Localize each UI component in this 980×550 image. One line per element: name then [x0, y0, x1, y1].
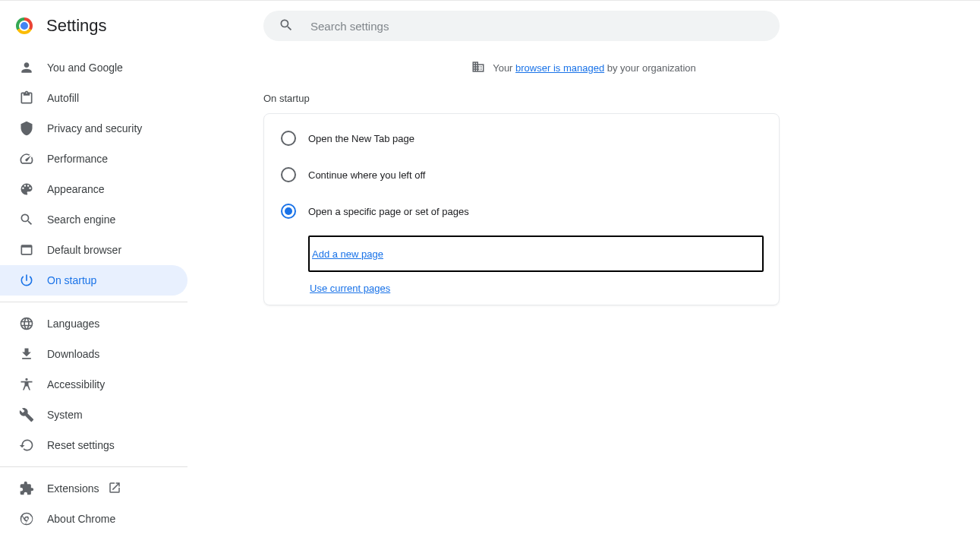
sidebar-item-label: Reset settings: [47, 439, 115, 451]
accessibility-icon: [19, 377, 34, 392]
search-icon: [19, 212, 34, 227]
managed-link[interactable]: browser is managed: [515, 62, 604, 74]
divider: [0, 466, 187, 467]
sidebar-item-reset-settings[interactable]: Reset settings: [0, 430, 187, 460]
sidebar-item-label: Extensions: [47, 482, 99, 495]
wrench-icon: [19, 407, 34, 422]
startup-option-continue[interactable]: Continue where you left off: [264, 156, 779, 193]
radio-label: Open a specific page or set of pages: [308, 206, 469, 217]
sidebar-item-label: Search engine: [47, 213, 115, 226]
sidebar-item-system[interactable]: System: [0, 400, 187, 430]
sidebar-item-search-engine[interactable]: Search engine: [0, 204, 187, 235]
sidebar-item-extensions[interactable]: Extensions: [0, 473, 187, 504]
sidebar-item-languages[interactable]: Languages: [0, 308, 187, 339]
globe-icon: [19, 316, 34, 331]
managed-prefix: Your: [493, 62, 515, 74]
speedometer-icon: [19, 151, 34, 166]
organization-icon: [471, 60, 485, 76]
palette-icon: [19, 182, 34, 197]
person-icon: [19, 60, 34, 75]
use-current-pages-button[interactable]: Use current pages: [310, 283, 779, 294]
managed-suffix: by your organization: [604, 62, 696, 74]
startup-option-specific-pages[interactable]: Open a specific page or set of pages: [264, 193, 779, 229]
sidebar-item-label: Appearance: [47, 183, 105, 195]
sidebar-item-label: About Chrome: [47, 513, 115, 525]
sidebar-item-label: Autofill: [47, 92, 79, 104]
startup-option-new-tab[interactable]: Open the New Tab page: [264, 120, 779, 156]
add-new-page-label: Add a new page: [312, 248, 383, 260]
chrome-logo-icon: [16, 17, 33, 34]
divider: [0, 302, 187, 302]
managed-text: Your browser is managed by your organiza…: [493, 62, 696, 74]
browser-window-icon: [19, 242, 34, 258]
managed-notice: Your browser is managed by your organiza…: [187, 60, 980, 76]
sidebar-item-label: Default browser: [47, 244, 121, 256]
app-title: Settings: [46, 16, 107, 36]
sidebar-item-about-chrome[interactable]: About Chrome: [0, 504, 187, 534]
sidebar-item-accessibility[interactable]: Accessibility: [0, 369, 187, 400]
radio-checked-icon: [281, 204, 296, 219]
main-content: Your browser is managed by your organiza…: [187, 1, 980, 550]
sidebar-item-autofill[interactable]: Autofill: [0, 83, 187, 113]
chrome-outline-icon: [19, 511, 34, 526]
add-new-page-button[interactable]: Add a new page: [308, 235, 764, 272]
sidebar-item-label: Downloads: [47, 348, 99, 360]
sidebar-item-label: Languages: [47, 318, 99, 330]
clipboard-icon: [19, 90, 34, 106]
section-title: On startup: [263, 93, 980, 104]
download-icon: [19, 346, 34, 362]
shield-icon: [19, 121, 34, 136]
open-in-new-icon: [108, 481, 121, 497]
sidebar: Settings You and Google Autofill Privacy…: [0, 1, 187, 550]
sidebar-item-label: Performance: [47, 153, 108, 165]
sidebar-item-default-browser[interactable]: Default browser: [0, 235, 187, 265]
search-bar[interactable]: [263, 11, 780, 41]
radio-unchecked-icon: [281, 167, 296, 182]
reset-icon: [19, 438, 34, 453]
sidebar-item-privacy[interactable]: Privacy and security: [0, 113, 187, 144]
use-current-pages-label: Use current pages: [310, 283, 390, 294]
sidebar-item-label: You and Google: [47, 62, 123, 74]
sidebar-item-label: Privacy and security: [47, 122, 142, 134]
sidebar-item-appearance[interactable]: Appearance: [0, 174, 187, 204]
radio-label: Open the New Tab page: [308, 133, 414, 144]
search-input[interactable]: [310, 20, 780, 33]
search-icon: [279, 17, 294, 35]
radio-label: Continue where you left off: [308, 169, 425, 181]
sidebar-item-on-startup[interactable]: On startup: [0, 265, 187, 296]
sidebar-item-label: System: [47, 409, 83, 421]
brand: Settings: [0, 11, 187, 52]
sidebar-item-performance[interactable]: Performance: [0, 144, 187, 174]
sidebar-item-downloads[interactable]: Downloads: [0, 339, 187, 369]
startup-card: Open the New Tab page Continue where you…: [263, 113, 780, 305]
power-icon: [19, 273, 34, 288]
sidebar-item-label: On startup: [47, 274, 96, 286]
sidebar-item-label: Accessibility: [47, 378, 105, 390]
radio-unchecked-icon: [281, 131, 296, 146]
sidebar-item-you-and-google[interactable]: You and Google: [0, 52, 187, 83]
extension-icon: [19, 481, 34, 496]
